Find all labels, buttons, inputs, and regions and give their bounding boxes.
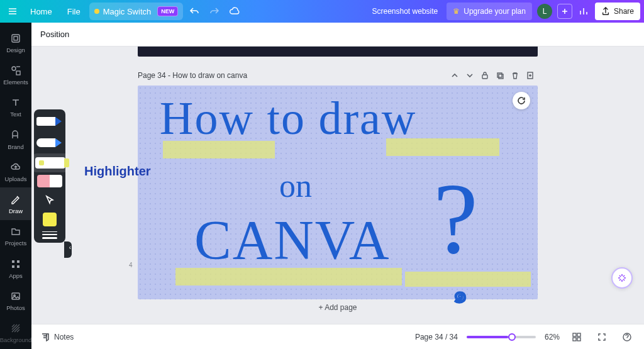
upgrade-plan-button[interactable]: ♛ Upgrade your plan [447,3,532,20]
page-indicator[interactable]: Page 34 / 34 [415,333,458,341]
handwriting-line1: How to draw [160,92,416,145]
notes-label: Notes [54,333,74,341]
sparkle-icon [94,9,99,14]
rail-elements[interactable]: Elements [0,58,31,91]
rail-label: Projects [5,240,26,247]
brand-icon [9,129,22,141]
hamburger-icon[interactable] [4,3,21,20]
svg-rect-11 [497,73,502,77]
svg-rect-8 [12,293,19,299]
crown-icon: ♛ [453,7,460,16]
add-member-button[interactable] [557,4,572,19]
add-page-icon[interactable] [523,68,538,83]
ai-assist-button[interactable] [611,267,633,289]
handwriting-dot: ๑ [452,274,468,314]
grid-view-icon[interactable] [569,329,585,345]
elements-icon [9,64,22,77]
draw-tool-panel: ‹ [34,109,65,243]
top-bar: Home File Magic Switch NEW Screenshot we… [0,0,644,23]
rail-label: Text [10,111,21,118]
color-swatch[interactable] [43,213,57,226]
projects-icon [9,225,22,238]
svg-rect-10 [482,75,487,79]
svg-rect-5 [17,260,19,263]
position-button[interactable]: Position [40,30,69,39]
main-area: Position Page 34 - How to draw on canva [31,23,644,349]
rail-label: Design [6,47,25,53]
highlighter-tool[interactable] [36,156,63,170]
trash-icon[interactable] [508,68,523,83]
context-toolbar: Position [31,23,644,47]
rail-uploads[interactable]: Uploads [0,155,31,187]
collapse-up-icon[interactable] [447,68,462,83]
draw-icon [9,193,22,206]
previous-page-peek[interactable] [138,47,538,57]
fullscreen-icon[interactable] [594,329,610,345]
rail-label: Elements [3,79,28,86]
undo-button[interactable] [186,3,203,20]
design-page[interactable]: How to draw on CANVA ? ๑ 4 [138,86,538,299]
pen-tool[interactable] [36,113,63,130]
svg-point-2 [12,67,16,70]
lock-icon[interactable] [477,68,492,83]
marker-tool[interactable] [36,135,63,151]
duplicate-icon[interactable] [492,68,508,83]
home-menu[interactable]: Home [24,3,58,20]
new-badge: NEW [157,6,178,16]
canvas-area[interactable]: Page 34 - How to draw on canva How to dr… [31,47,644,324]
apps-icon [9,258,22,270]
text-icon [9,96,22,109]
rail-brand[interactable]: Brand [0,123,31,155]
rail-draw[interactable]: Draw [0,187,31,219]
zoom-percent[interactable]: 62% [545,333,560,341]
cursor-tool[interactable] [42,192,57,208]
handwriting-line3: CANVA [194,208,391,272]
rail-design[interactable]: Design [0,26,31,58]
svg-rect-7 [17,265,19,268]
file-menu[interactable]: File [61,3,87,20]
panel-collapse-icon[interactable]: ‹ [69,244,71,251]
svg-rect-12 [499,74,503,79]
add-page-button[interactable]: + Add page [138,303,538,312]
svg-rect-1 [14,36,18,40]
magic-switch-label: Magic Switch [103,7,152,16]
thickness-tool[interactable] [42,231,57,239]
design-icon [9,32,22,45]
notes-button[interactable]: Notes [40,332,74,342]
rail-background[interactable]: Background [0,317,31,349]
photos-icon [9,290,22,302]
upgrade-label: Upgrade your plan [464,7,526,16]
share-label: Share [614,7,634,16]
collapse-down-icon[interactable] [462,68,477,83]
insights-button[interactable] [575,3,592,20]
refresh-button[interactable] [513,92,530,109]
cloud-sync-icon[interactable] [226,3,243,20]
rail-projects[interactable]: Projects [0,220,31,252]
svg-rect-16 [573,338,576,341]
svg-rect-17 [577,338,580,341]
svg-rect-3 [16,71,20,75]
avatar[interactable]: L [537,4,552,19]
bottom-bar: Notes Page 34 / 34 62% [31,324,644,349]
ruler-mark: 4 [129,262,133,269]
eraser-tool[interactable] [37,175,62,187]
magic-switch-button[interactable]: Magic Switch NEW [89,3,184,20]
page-header: Page 34 - How to draw on canva [138,68,538,83]
svg-rect-6 [12,265,14,268]
share-button[interactable]: Share [595,3,640,20]
svg-rect-4 [12,260,14,263]
handwriting-line2: on [279,167,312,204]
zoom-slider[interactable] [467,336,536,338]
svg-rect-0 [12,35,19,42]
rail-photos[interactable]: Photos [0,284,31,316]
document-title[interactable]: Screenshot website [366,3,445,20]
redo-button[interactable] [206,3,223,20]
svg-rect-14 [573,333,576,336]
handwriting-question-mark: ? [433,161,478,277]
svg-rect-15 [577,333,580,336]
side-rail: Design Elements Text Brand Uploads Draw … [0,23,31,349]
help-icon[interactable] [619,329,635,345]
highlighter-tooltip: Highlighter [84,164,151,179]
rail-apps[interactable]: Apps [0,252,31,284]
rail-text[interactable]: Text [0,91,31,123]
